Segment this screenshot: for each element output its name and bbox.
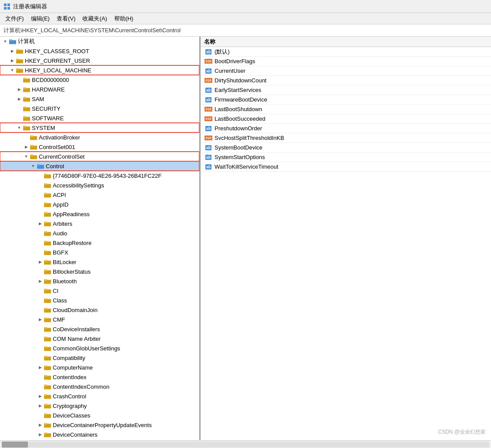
right-row-preshutdownorder[interactable]: ab PreshutdownOrder: [201, 124, 491, 133]
tree-item-backuprestore-label: BackupRestore: [53, 240, 92, 246]
expand-root[interactable]: ▼: [2, 38, 9, 45]
tree-item-backuprestore[interactable]: ▶ BackupRestore: [0, 238, 199, 248]
right-row-default[interactable]: ab (默认): [201, 47, 491, 57]
right-row-firmwarebootdevice[interactable]: ab FirmwareBootDevice: [201, 95, 491, 105]
folder-icon-devicecontainerproperty: [44, 421, 51, 428]
right-row-systembootdevice[interactable]: ab SystemBootDevice: [201, 143, 491, 153]
right-row-svchostsplit[interactable]: 010 SvcHostSplitThresholdInKB: [201, 133, 491, 143]
expand-sam[interactable]: ▶: [16, 95, 23, 102]
tree-item-bcd[interactable]: ▶ BCD00000000: [0, 75, 199, 85]
tree-item-crashcontrol[interactable]: ▶ CrashControl: [0, 391, 199, 401]
expand-crashcontrol[interactable]: ▶: [37, 393, 44, 400]
menu-edit[interactable]: 编辑(E): [27, 14, 53, 24]
bottom-scrollbar[interactable]: [0, 440, 491, 448]
tree-item-computername[interactable]: ▶ ComputerName: [0, 363, 199, 372]
svg-rect-53: [44, 270, 47, 272]
tree-item-bitlocker[interactable]: ▶ BitLocker: [0, 257, 199, 267]
expand-bitlocker[interactable]: ▶: [37, 258, 44, 265]
expand-cmf[interactable]: ▶: [37, 316, 44, 323]
expand-computername[interactable]: ▶: [37, 364, 44, 371]
right-row-lastbootshutdown[interactable]: 010 LastBootShutdown: [201, 105, 491, 114]
type-icon-bootdriverflags: 010: [204, 58, 213, 65]
expand-devicecontainerproperty[interactable]: ▶: [37, 421, 44, 428]
svg-rect-15: [23, 88, 26, 89]
tree-item-comnamearbiter[interactable]: ▶ COM Name Arbiter: [0, 334, 199, 343]
tree-item-activationbroker[interactable]: ▶ ActivationBroker: [0, 132, 199, 142]
tree-item-cmf-label: CMF: [53, 316, 65, 323]
tree-item-clouddomainjoin[interactable]: ▶ CloudDomainJoin: [0, 305, 199, 315]
right-row-currentuser[interactable]: ab CurrentUser: [201, 66, 491, 76]
expand-hkcu[interactable]: ▶: [9, 57, 16, 64]
tree-item-deviceclasses[interactable]: ▶ DeviceClasses: [0, 411, 199, 420]
tree-item-controlset001[interactable]: ▶ ControlSet001: [0, 142, 199, 152]
right-row-dirtyshutdowncount[interactable]: 010 DirtyShutdownCount: [201, 76, 491, 85]
tree-item-currentcontrolset[interactable]: ▼ CurrentControlSet: [0, 152, 199, 161]
tree-item-appreadiness[interactable]: ▶ AppReadiness: [0, 209, 199, 219]
tree-item-guid-label: {7746D80F-97E0-4E26-9543-26B41FC22F: [53, 173, 161, 179]
tree-item-commonglobusersettings[interactable]: ▶ CommonGlobUserSettings: [0, 343, 199, 353]
svg-rect-43: [44, 222, 47, 224]
menu-favorites[interactable]: 收藏夹(A): [79, 14, 110, 24]
tree-item-hklm[interactable]: ▼ HKEY_LOCAL_MACHINE: [0, 65, 199, 75]
h-scrollbar-track[interactable]: [2, 441, 489, 448]
tree-item-hkcr[interactable]: ▶ HKEY_CLASSES_ROOT: [0, 46, 199, 56]
tree-item-acpi[interactable]: ▶ ACPI: [0, 190, 199, 200]
tree-item-security[interactable]: ▶ SECURITY: [0, 104, 199, 113]
tree-item-codeviceinstallers[interactable]: ▶ CoDeviceInstallers: [0, 324, 199, 334]
right-row-waitokillservicetimeout[interactable]: ab WaitToKillServiceTimeout: [201, 162, 491, 172]
tree-item-audio[interactable]: ▶ Audio: [0, 228, 199, 238]
tree-item-accessibilitysettings[interactable]: ▶ AccessibilitySettings: [0, 180, 199, 190]
right-row-systemstartoptions[interactable]: ab SystemStartOptions: [201, 153, 491, 162]
expand-hklm[interactable]: ▼: [9, 67, 16, 74]
folder-icon-bitlockerstatus: [44, 268, 51, 275]
tree-item-appreadiness-label: AppReadiness: [53, 211, 90, 217]
tree-item-hardware[interactable]: ▶ HARDWARE: [0, 85, 199, 94]
expand-hkcr[interactable]: ▶: [9, 48, 16, 54]
tree-item-arbiters[interactable]: ▶ Arbiters: [0, 219, 199, 228]
tree-item-ci[interactable]: ▶ CI: [0, 286, 199, 295]
expand-hardware[interactable]: ▶: [16, 86, 23, 93]
tree-item-guid[interactable]: ▶ {7746D80F-97E0-4E26-9543-26B41FC22F: [0, 171, 199, 180]
right-row-earlystartservices[interactable]: ab EarlyStartServices: [201, 85, 491, 95]
tree-item-hkcu[interactable]: ▶ HKEY_CURRENT_USER: [0, 56, 199, 65]
tree-item-system[interactable]: ▼ SYSTEM: [0, 123, 199, 132]
tree-root[interactable]: ▼ 计算机: [0, 37, 199, 46]
folder-icon-system: [23, 124, 31, 131]
tree-item-class[interactable]: ▶ Class: [0, 295, 199, 305]
h-scrollbar-thumb[interactable]: [2, 441, 28, 448]
expand-cryptography[interactable]: ▶: [37, 402, 44, 409]
svg-rect-5: [9, 40, 12, 41]
tree-item-sam[interactable]: ▶ SAM: [0, 94, 199, 104]
tree-item-cmf[interactable]: ▶ CMF: [0, 315, 199, 324]
expand-control[interactable]: ▼: [30, 163, 37, 170]
expand-devicecontainers[interactable]: ▶: [37, 431, 44, 438]
tree-item-devicecontainerproperty[interactable]: ▶ DeviceContainerPropertyUpdateEvents: [0, 420, 199, 430]
expand-arbiters[interactable]: ▶: [37, 220, 44, 227]
tree-item-contentindexcommon[interactable]: ▶ ContentIndexCommon: [0, 382, 199, 391]
tree-item-devicecontainers[interactable]: ▶ DeviceContainers: [0, 430, 199, 439]
tree-item-bgfx[interactable]: ▶ BGFX: [0, 248, 199, 257]
tree-item-cryptography[interactable]: ▶ Cryptography: [0, 401, 199, 411]
right-row-systemstartoptions-label: SystemStartOptions: [215, 154, 265, 160]
expand-system[interactable]: ▼: [16, 124, 23, 131]
expand-controlset001[interactable]: ▶: [23, 143, 30, 150]
tree-item-contentindex[interactable]: ▶ ContentIndex: [0, 372, 199, 382]
tree-item-software[interactable]: ▶ SOFTWARE: [0, 113, 199, 123]
expand-currentcontrolset[interactable]: ▼: [23, 153, 30, 160]
tree-pane[interactable]: ▼ 计算机 ▶ HKEY_CLASSES_ROOT ▶ HKEY_CURRENT…: [0, 37, 201, 440]
menu-view[interactable]: 查看(V): [53, 14, 79, 24]
right-row-bootdriverflags[interactable]: 010 BootDriverFlags: [201, 57, 491, 66]
svg-rect-55: [44, 279, 47, 281]
folder-icon-computername: [44, 364, 51, 371]
menu-file[interactable]: 文件(F): [2, 14, 27, 24]
right-row-lastbootsucceeded[interactable]: 010 LastBootSucceeded: [201, 114, 491, 124]
expand-bluetooth[interactable]: ▶: [37, 278, 44, 285]
svg-rect-79: [44, 394, 47, 396]
menu-help[interactable]: 帮助(H): [111, 14, 137, 24]
tree-item-appid[interactable]: ▶ AppID: [0, 200, 199, 209]
svg-rect-1: [7, 3, 10, 6]
tree-item-control[interactable]: ▼ Control: [0, 161, 199, 171]
tree-item-bitlockerstatus[interactable]: ▶ BitlockerStatus: [0, 267, 199, 276]
tree-item-compatibility[interactable]: ▶ Compatibility: [0, 353, 199, 363]
tree-item-bluetooth[interactable]: ▶ Bluetooth: [0, 276, 199, 286]
